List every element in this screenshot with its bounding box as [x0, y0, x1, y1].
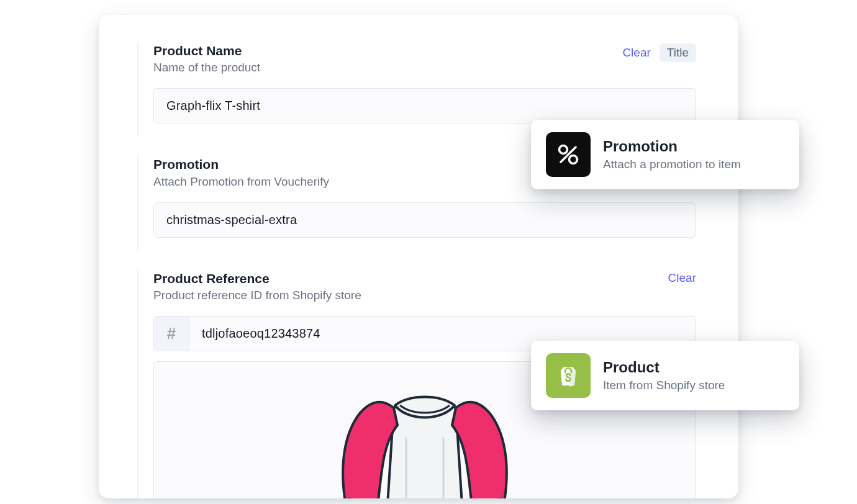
product-name-label: Product Name [153, 42, 260, 60]
editor-card: Product Name Name of the product Clear T… [99, 15, 738, 498]
svg-point-1 [569, 156, 578, 164]
product-popover-text: Product Item from Shopify store [603, 359, 725, 392]
tshirt-icon [313, 369, 537, 498]
product-name-header: Product Name Name of the product Clear T… [153, 42, 696, 74]
product-popover-desc: Item from Shopify store [603, 379, 725, 392]
promotion-popover-text: Promotion Attach a promotion to item [603, 138, 741, 171]
product-name-title-button[interactable]: Title [660, 43, 696, 62]
product-name-sublabel: Name of the product [153, 61, 260, 74]
product-name-actions: Clear Title [622, 42, 696, 62]
promotion-popover-title: Promotion [603, 138, 741, 156]
promotion-label: Promotion [153, 156, 329, 173]
hash-icon: # [154, 317, 189, 351]
shopify-icon [546, 353, 591, 398]
product-reference-actions: Clear [668, 270, 696, 285]
product-reference-clear-button[interactable]: Clear [668, 271, 696, 285]
product-popover-title: Product [603, 359, 725, 377]
promotion-popover-desc: Attach a promotion to item [603, 158, 741, 171]
product-reference-header: Product Reference Product reference ID f… [153, 270, 696, 302]
product-reference-sublabel: Product reference ID from Shopify store [153, 289, 361, 302]
svg-point-0 [560, 146, 568, 154]
product-name-section: Product Name Name of the product Clear T… [153, 42, 696, 124]
promotion-popover[interactable]: Promotion Attach a promotion to item [531, 120, 799, 189]
product-name-clear-button[interactable]: Clear [622, 46, 650, 60]
product-reference-label: Product Reference [153, 270, 361, 287]
percent-icon [546, 132, 591, 177]
promotion-sublabel: Attach Promotion from Voucherify [153, 175, 329, 189]
promotion-input[interactable]: christmas-special-extra [153, 202, 696, 238]
product-name-input[interactable]: Graph-flix T-shirt [153, 88, 696, 124]
product-popover[interactable]: Product Item from Shopify store [531, 341, 799, 410]
